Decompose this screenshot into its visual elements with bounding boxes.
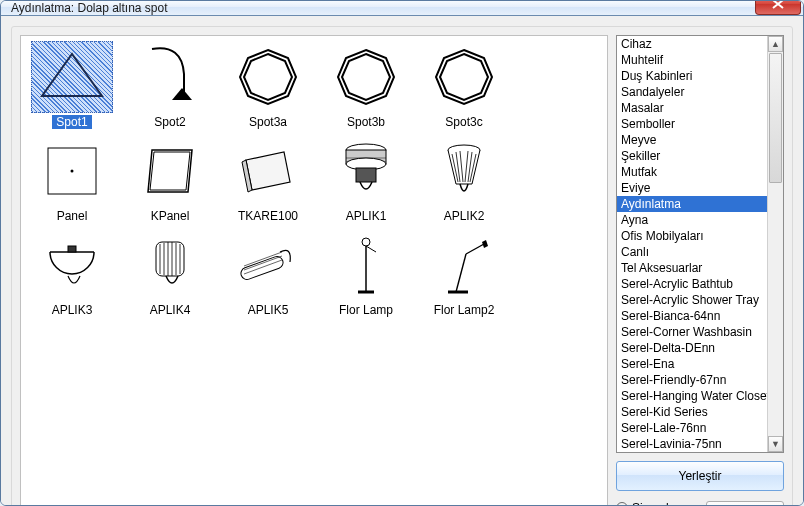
content-frame: Spot1Spot2Spot3aSpot3bSpot3cPanelKPanelT… bbox=[11, 26, 793, 506]
gallery-tile-label: Flor Lamp bbox=[335, 303, 397, 317]
gallery-tile[interactable]: APLIK3 bbox=[24, 229, 120, 317]
gallery-tile[interactable]: APLIK2 bbox=[416, 135, 512, 223]
titlebar: Aydınlatma: Dolap altına spot bbox=[1, 1, 803, 16]
svg-rect-16 bbox=[356, 168, 376, 182]
gallery-tile[interactable]: Spot3c bbox=[416, 41, 512, 129]
florlamp2-icon bbox=[423, 229, 505, 301]
symbol-gallery: Spot1Spot2Spot3aSpot3bSpot3cPanelKPanelT… bbox=[20, 35, 608, 506]
gallery-tile-label: APLIK1 bbox=[342, 209, 391, 223]
category-item[interactable]: Meyve bbox=[617, 132, 767, 148]
place-button-label: Yerleştir bbox=[679, 469, 722, 483]
aplik1-icon bbox=[325, 135, 407, 207]
close-button[interactable] bbox=[755, 0, 801, 15]
radio-icons[interactable]: Simgeler bbox=[616, 501, 700, 506]
spot1-icon bbox=[31, 41, 113, 113]
svg-marker-5 bbox=[436, 50, 492, 104]
category-item[interactable]: Masalar bbox=[617, 100, 767, 116]
svg-line-28 bbox=[466, 244, 484, 254]
category-item[interactable]: Canlı bbox=[617, 244, 767, 260]
svg-rect-21 bbox=[239, 255, 284, 281]
gallery-tile[interactable]: APLIK5 bbox=[220, 229, 316, 317]
category-item[interactable]: Semboller bbox=[617, 116, 767, 132]
category-item[interactable]: Serel-Friendly-67nn bbox=[617, 372, 767, 388]
spot2-icon bbox=[129, 41, 211, 113]
scroll-down-button[interactable]: ▼ bbox=[768, 436, 783, 452]
category-item[interactable]: Serel-Acrylic Shower Tray bbox=[617, 292, 767, 308]
dialog-window: Aydınlatma: Dolap altına spot Spot1Spot2… bbox=[0, 0, 804, 506]
svg-marker-1 bbox=[240, 50, 296, 104]
category-item[interactable]: Duş Kabinleri bbox=[617, 68, 767, 84]
svg-line-27 bbox=[456, 254, 466, 292]
gallery-tile-label: Spot3a bbox=[245, 115, 291, 129]
chevron-down-icon: ▼ bbox=[771, 439, 780, 449]
aplik4-icon bbox=[129, 229, 211, 301]
client-area: Spot1Spot2Spot3aSpot3bSpot3cPanelKPanelT… bbox=[1, 16, 803, 506]
gallery-tile[interactable]: Spot3b bbox=[318, 41, 414, 129]
gallery-tile-label: Spot1 bbox=[52, 115, 91, 129]
kpanel-icon bbox=[129, 135, 211, 207]
aplik2-icon bbox=[423, 135, 505, 207]
place-button[interactable]: Yerleştir bbox=[616, 461, 784, 491]
gallery-tile-label: KPanel bbox=[147, 209, 194, 223]
gallery-tile-label: APLIK4 bbox=[146, 303, 195, 317]
spot3c-icon bbox=[423, 41, 505, 113]
category-item[interactable]: Muhtelif bbox=[617, 52, 767, 68]
category-item[interactable]: Tel Aksesuarlar bbox=[617, 260, 767, 276]
gallery-tile-label: TKARE100 bbox=[234, 209, 302, 223]
exit-button[interactable]: Çıkış bbox=[706, 501, 784, 506]
right-panel: CihazMuhtelifDuş KabinleriSandalyelerMas… bbox=[616, 35, 784, 506]
svg-marker-9 bbox=[148, 150, 192, 192]
category-item[interactable]: Serel-Bianca-64nn bbox=[617, 308, 767, 324]
close-icon bbox=[772, 0, 784, 12]
gallery-tile[interactable]: Flor Lamp bbox=[318, 229, 414, 317]
aplik5-icon bbox=[227, 229, 309, 301]
scroll-thumb[interactable] bbox=[769, 53, 782, 183]
category-item[interactable]: Serel-Hanging Water Closet bbox=[617, 388, 767, 404]
category-item[interactable]: Eviye bbox=[617, 180, 767, 196]
scroll-up-button[interactable]: ▲ bbox=[768, 36, 783, 52]
category-listbox[interactable]: CihazMuhtelifDuş KabinleriSandalyelerMas… bbox=[616, 35, 784, 453]
category-item[interactable]: Aydınlatma bbox=[617, 196, 767, 212]
svg-marker-11 bbox=[246, 152, 290, 190]
aplik3-icon bbox=[31, 229, 113, 301]
bottom-controls: Simgeler Liste Çıkış bbox=[616, 501, 784, 506]
panel1-icon bbox=[31, 135, 113, 207]
category-item[interactable]: Şekiller bbox=[617, 148, 767, 164]
gallery-tile[interactable]: TKARE100 bbox=[220, 135, 316, 223]
category-item[interactable]: Serel-Lavinia-75nn bbox=[617, 436, 767, 452]
category-item[interactable]: Serel-Ena bbox=[617, 356, 767, 372]
gallery-tile[interactable]: APLIK1 bbox=[318, 135, 414, 223]
gallery-tile[interactable]: Flor Lamp2 bbox=[416, 229, 512, 317]
gallery-tile[interactable]: KPanel bbox=[122, 135, 218, 223]
gallery-tile[interactable]: Spot2 bbox=[122, 41, 218, 129]
gallery-tile-label: APLIK2 bbox=[440, 209, 489, 223]
window-title: Aydınlatma: Dolap altına spot bbox=[11, 1, 168, 15]
listbox-scrollbar[interactable]: ▲ ▼ bbox=[767, 36, 783, 452]
category-item[interactable]: Serel-Delta-DEnn bbox=[617, 340, 767, 356]
category-item[interactable]: Ayna bbox=[617, 212, 767, 228]
category-item[interactable]: Serel-Lale-76nn bbox=[617, 420, 767, 436]
svg-marker-0 bbox=[42, 54, 102, 96]
svg-marker-4 bbox=[342, 54, 390, 100]
svg-marker-6 bbox=[440, 54, 488, 100]
spot3a-icon bbox=[227, 41, 309, 113]
gallery-tile-label: Spot3c bbox=[441, 115, 486, 129]
gallery-tile[interactable]: Spot1 bbox=[24, 41, 120, 129]
svg-line-25 bbox=[366, 246, 376, 252]
gallery-tile[interactable]: APLIK4 bbox=[122, 229, 218, 317]
spot3b-icon bbox=[325, 41, 407, 113]
radio-icons-label: Simgeler bbox=[632, 501, 679, 506]
category-item[interactable]: Serel-Kid Series bbox=[617, 404, 767, 420]
svg-marker-3 bbox=[338, 50, 394, 104]
gallery-tile-label: Spot2 bbox=[150, 115, 189, 129]
category-item[interactable]: Sandalyeler bbox=[617, 84, 767, 100]
category-item[interactable]: Serel-Acrylic Bathtub bbox=[617, 276, 767, 292]
tkare-icon bbox=[227, 135, 309, 207]
gallery-tile[interactable]: Panel bbox=[24, 135, 120, 223]
category-item[interactable]: Mutfak bbox=[617, 164, 767, 180]
category-item[interactable]: Serel-Corner Washbasin bbox=[617, 324, 767, 340]
gallery-tile[interactable]: Spot3a bbox=[220, 41, 316, 129]
svg-marker-2 bbox=[244, 54, 292, 100]
category-item[interactable]: Cihaz bbox=[617, 36, 767, 52]
category-item[interactable]: Ofis Mobilyaları bbox=[617, 228, 767, 244]
